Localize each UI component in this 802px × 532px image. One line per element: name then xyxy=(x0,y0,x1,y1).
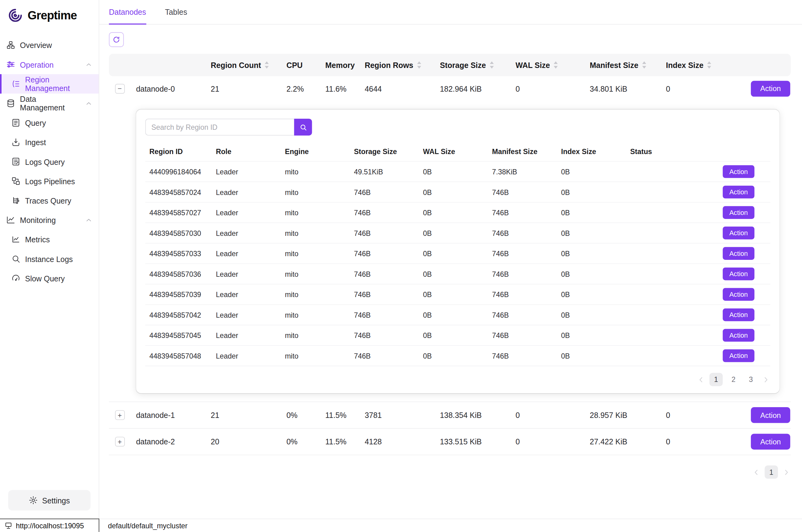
index-size-cell: 0B xyxy=(561,168,630,176)
sidebar-item-region-management[interactable]: Region Management xyxy=(0,74,99,94)
region-count-cell: 21 xyxy=(211,411,286,419)
column-index-size: Index Size xyxy=(666,61,742,69)
table-row: 4483945857042 Leader mito 746B 0B 746B 0… xyxy=(145,305,770,325)
sidebar-section-data-management[interactable]: Data Management xyxy=(0,94,99,113)
wal-size-cell: 0B xyxy=(423,352,492,360)
region-action-button[interactable]: Action xyxy=(723,268,755,281)
index-size-cell: 0B xyxy=(561,352,630,360)
page-button[interactable]: 2 xyxy=(727,373,740,386)
region-action-button[interactable]: Action xyxy=(723,247,755,260)
storage-size-cell: 746B xyxy=(354,352,423,360)
sidebar: Greptime Overview Operation Region Manag… xyxy=(0,0,99,519)
index-size-cell: 0B xyxy=(561,249,630,258)
region-action-button[interactable]: Action xyxy=(723,165,755,178)
chevron-left-icon[interactable] xyxy=(696,375,705,384)
region-id-cell: 4483945857027 xyxy=(145,209,216,217)
sort-icon[interactable] xyxy=(490,61,494,69)
sidebar-item-overview[interactable]: Overview xyxy=(0,35,99,55)
region-management-icon xyxy=(12,79,21,89)
storage-size-cell: 746B xyxy=(354,209,423,217)
sort-icon[interactable] xyxy=(554,61,558,69)
settings-button[interactable]: Settings xyxy=(8,490,91,511)
sidebar-item-metrics[interactable]: Metrics xyxy=(0,230,99,249)
sidebar-item-label: Logs Pipelines xyxy=(25,177,75,186)
region-id-cell: 4483945857045 xyxy=(145,331,216,340)
engine-cell: mito xyxy=(285,249,354,258)
sidebar-item-logs-pipelines[interactable]: Logs Pipelines xyxy=(0,171,99,191)
collapse-row-button[interactable]: − xyxy=(115,84,125,94)
wal-size-cell: 0B xyxy=(423,188,492,196)
region-action-button[interactable]: Action xyxy=(723,349,755,362)
region-action-button[interactable]: Action xyxy=(723,308,755,321)
sidebar-item-query[interactable]: Query xyxy=(0,113,99,133)
page-button[interactable]: 1 xyxy=(765,466,778,479)
storage-size-cell: 49.51KiB xyxy=(354,168,423,176)
region-id-cell: 4483945857039 xyxy=(145,290,216,299)
table-row: + datanode-2 20 0% 11.5% 4128 133.515 Ki… xyxy=(109,429,790,455)
datanode-action-button[interactable]: Action xyxy=(751,434,790,450)
brand-logo[interactable]: Greptime xyxy=(0,0,99,31)
memory-cell: 11.5% xyxy=(325,411,365,419)
manifest-size-cell: 746B xyxy=(492,209,561,217)
expand-row-button[interactable]: + xyxy=(115,437,125,446)
cluster-indicator[interactable]: default/default_mycluster xyxy=(99,519,802,532)
brand-name: Greptime xyxy=(28,8,77,22)
region-action-button[interactable]: Action xyxy=(723,288,755,301)
tab-tables[interactable]: Tables xyxy=(165,0,187,24)
sidebar-item-label: Instance Logs xyxy=(25,254,73,263)
column-cpu: CPU xyxy=(286,61,325,69)
sidebar-section-monitoring[interactable]: Monitoring xyxy=(0,210,99,230)
tab-datanodes[interactable]: Datanodes xyxy=(109,0,146,24)
region-search-input[interactable] xyxy=(145,119,294,136)
page-button[interactable]: 3 xyxy=(744,373,758,386)
region-search xyxy=(145,119,770,136)
datanodes-table: Region Count CPU Memory Region Rows Stor… xyxy=(109,54,790,455)
sidebar-item-slow-query[interactable]: Slow Query xyxy=(0,268,99,288)
datanode-action-button[interactable]: Action xyxy=(751,407,790,423)
sort-icon[interactable] xyxy=(707,61,712,69)
chevron-right-icon[interactable] xyxy=(762,375,770,384)
sort-icon[interactable] xyxy=(417,61,422,69)
sort-icon[interactable] xyxy=(642,61,646,69)
wal-size-cell: 0B xyxy=(423,331,492,340)
role-cell: Leader xyxy=(216,290,285,299)
wal-size-cell: 0 xyxy=(516,411,590,419)
chevron-right-icon[interactable] xyxy=(782,468,790,476)
server-address[interactable]: http://localhost:19095 xyxy=(0,519,99,532)
table-row: + datanode-1 21 0% 11.5% 3781 138.354 Ki… xyxy=(109,402,790,429)
region-action-button[interactable]: Action xyxy=(723,206,755,219)
sidebar-section-label: Monitoring xyxy=(20,215,56,224)
region-action-button[interactable]: Action xyxy=(723,329,755,342)
sidebar-item-logs-query[interactable]: Logs Query xyxy=(0,152,99,171)
engine-cell: mito xyxy=(285,352,354,360)
column-region-count: Region Count xyxy=(211,61,286,69)
column-manifest-size: Manifest Size xyxy=(590,61,666,69)
main-content: Datanodes Tables Region Count CPU Memory… xyxy=(99,0,802,519)
datanode-name-cell: datanode-0 xyxy=(130,84,211,93)
wal-size-cell: 0B xyxy=(423,249,492,258)
chevron-left-icon[interactable] xyxy=(752,468,761,476)
page-button[interactable]: 1 xyxy=(709,373,723,386)
cpu-cell: 0% xyxy=(286,437,325,446)
chevron-up-icon xyxy=(85,100,93,107)
sidebar-section-operation[interactable]: Operation xyxy=(0,55,99,74)
datanode-action-button[interactable]: Action xyxy=(751,80,790,97)
index-size-cell: 0B xyxy=(561,270,630,278)
monitoring-icon xyxy=(6,215,15,225)
logs-pipelines-icon xyxy=(12,176,21,186)
expand-row-button[interactable]: + xyxy=(115,410,125,420)
region-action-button[interactable]: Action xyxy=(723,227,755,240)
sidebar-item-ingest[interactable]: Ingest xyxy=(0,133,99,152)
sidebar-item-traces-query[interactable]: Traces Query xyxy=(0,191,99,210)
refresh-button[interactable] xyxy=(109,32,123,47)
sort-icon[interactable] xyxy=(265,61,269,69)
refresh-icon xyxy=(113,36,120,43)
ingest-icon xyxy=(12,137,21,147)
region-action-button[interactable]: Action xyxy=(723,186,755,199)
index-size-cell: 0B xyxy=(561,229,630,237)
manifest-size-cell: 746B xyxy=(492,310,561,319)
search-button[interactable] xyxy=(294,119,312,136)
cluster-name: default/default_mycluster xyxy=(108,521,188,530)
region-id-cell: 4483945857042 xyxy=(145,310,216,319)
sidebar-item-instance-logs[interactable]: Instance Logs xyxy=(0,249,99,268)
